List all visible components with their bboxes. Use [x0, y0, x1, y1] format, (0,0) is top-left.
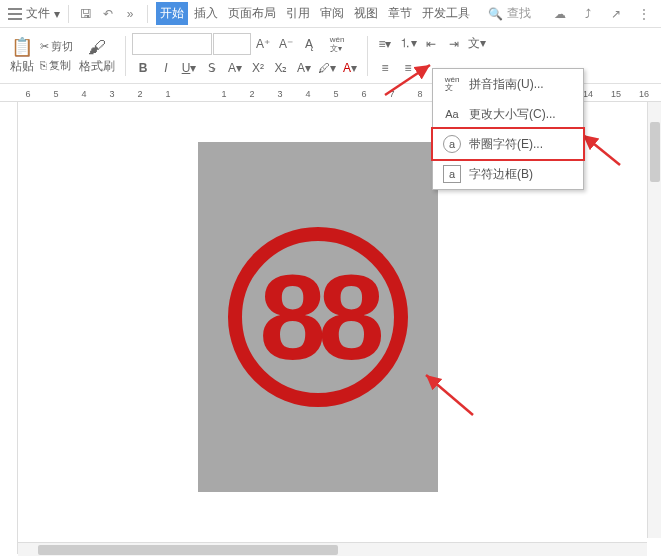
search-icon: 🔍: [488, 7, 503, 21]
scrollbar-thumb[interactable]: [38, 545, 338, 555]
text-direction-button[interactable]: 文▾: [466, 33, 488, 55]
more-icon[interactable]: »: [121, 5, 139, 23]
tab-view[interactable]: 视图: [350, 2, 382, 25]
font-name-select[interactable]: [132, 33, 212, 55]
increase-indent-button[interactable]: ⇥: [443, 33, 465, 55]
format-painter-button[interactable]: 🖌 格式刷: [75, 35, 119, 77]
italic-button[interactable]: I: [155, 57, 177, 79]
separator: [147, 5, 148, 23]
dropdown-pinyin-guide[interactable]: wén文 拼音指南(U)...: [433, 69, 583, 99]
title-bar: 文件 ▾ 🖫 ↶ » 开始 插入 页面布局 引用 审阅 视图 章节 开发工具 🔍…: [0, 0, 661, 28]
font-color-button[interactable]: A▾: [339, 57, 361, 79]
scrollbar-thumb[interactable]: [650, 122, 660, 182]
brush-icon: 🖌: [88, 37, 106, 58]
highlight-button[interactable]: 🖊▾: [316, 57, 338, 79]
annotation-arrow-icon: [380, 60, 440, 100]
horizontal-scrollbar[interactable]: [18, 542, 647, 556]
char-border-icon: a: [443, 165, 461, 183]
tab-pagelayout[interactable]: 页面布局: [224, 2, 280, 25]
decrease-indent-button[interactable]: ⇤: [420, 33, 442, 55]
dropdown-char-border[interactable]: a 字符边框(B): [433, 159, 583, 189]
search-box[interactable]: 🔍 查找: [488, 5, 531, 22]
paste-label: 粘贴: [10, 58, 34, 75]
svg-line-2: [426, 375, 473, 415]
paste-button[interactable]: 📋 粘贴: [6, 34, 38, 77]
search-placeholder: 查找: [507, 5, 531, 22]
export-icon[interactable]: ↗: [607, 5, 625, 23]
phonetic-guide-button[interactable]: wén文▾: [321, 33, 353, 55]
strike-button[interactable]: S̵: [201, 57, 223, 79]
bullets-button[interactable]: ≡▾: [374, 33, 396, 55]
file-menu[interactable]: 文件 ▾: [8, 5, 60, 22]
tab-insert[interactable]: 插入: [190, 2, 222, 25]
annotation-arrow-icon: [418, 370, 478, 420]
format-painter-label: 格式刷: [79, 58, 115, 75]
cut-button[interactable]: ✂剪切: [40, 39, 73, 54]
font-size-select[interactable]: [213, 33, 251, 55]
clear-format-button[interactable]: Ą: [298, 33, 320, 55]
pinyin-icon: wén文: [443, 75, 461, 93]
tab-sections[interactable]: 章节: [384, 2, 416, 25]
tab-review[interactable]: 审阅: [316, 2, 348, 25]
clipboard-icon: 📋: [11, 36, 33, 58]
vertical-ruler[interactable]: [0, 102, 18, 554]
underline-button[interactable]: U▾: [178, 57, 200, 79]
bold-button[interactable]: B: [132, 57, 154, 79]
document-page[interactable]: 88: [198, 142, 438, 492]
tab-start[interactable]: 开始: [156, 2, 188, 25]
subscript-button[interactable]: X₂: [270, 57, 292, 79]
ribbon-tabs: 开始 插入 页面布局 引用 审阅 视图 章节 开发工具: [156, 2, 474, 25]
save-icon[interactable]: 🖫: [77, 5, 95, 23]
dropdown-enclose-chars[interactable]: a 带圈字符(E)...: [431, 127, 585, 161]
vertical-scrollbar[interactable]: [647, 102, 661, 538]
titlebar-right-icons: ☁ ⤴ ↗ ⋮: [551, 5, 653, 23]
chevron-down-icon: ▾: [54, 7, 60, 21]
undo-icon[interactable]: ↶: [99, 5, 117, 23]
hamburger-icon: [8, 8, 22, 20]
change-case-button[interactable]: A▾: [293, 57, 315, 79]
copy-button[interactable]: ⎘复制: [40, 58, 73, 73]
svg-line-1: [583, 135, 620, 165]
separator: [68, 5, 69, 23]
scissors-icon: ✂: [40, 40, 49, 53]
enclose-icon: a: [443, 135, 461, 153]
tab-references[interactable]: 引用: [282, 2, 314, 25]
separator: [125, 36, 126, 76]
changecase-icon: Aa: [443, 105, 461, 123]
cloud-icon[interactable]: ☁: [551, 5, 569, 23]
numbering-button[interactable]: ⒈▾: [397, 33, 419, 55]
phonetic-dropdown: wén文 拼音指南(U)... Aa 更改大小写(C)... a 带圈字符(E)…: [432, 68, 584, 190]
svg-line-0: [385, 65, 430, 95]
copy-icon: ⎘: [40, 59, 47, 71]
file-label: 文件: [26, 5, 50, 22]
tab-devtools[interactable]: 开发工具: [418, 2, 474, 25]
dropdown-change-case[interactable]: Aa 更改大小写(C)...: [433, 99, 583, 129]
font-effect-button[interactable]: A▾: [224, 57, 246, 79]
decrease-font-button[interactable]: A⁻: [275, 33, 297, 55]
separator: [367, 36, 368, 76]
share-icon[interactable]: ⤴: [579, 5, 597, 23]
enclosed-character[interactable]: 88: [228, 227, 408, 407]
superscript-button[interactable]: X²: [247, 57, 269, 79]
more-menu-icon[interactable]: ⋮: [635, 5, 653, 23]
increase-font-button[interactable]: A⁺: [252, 33, 274, 55]
